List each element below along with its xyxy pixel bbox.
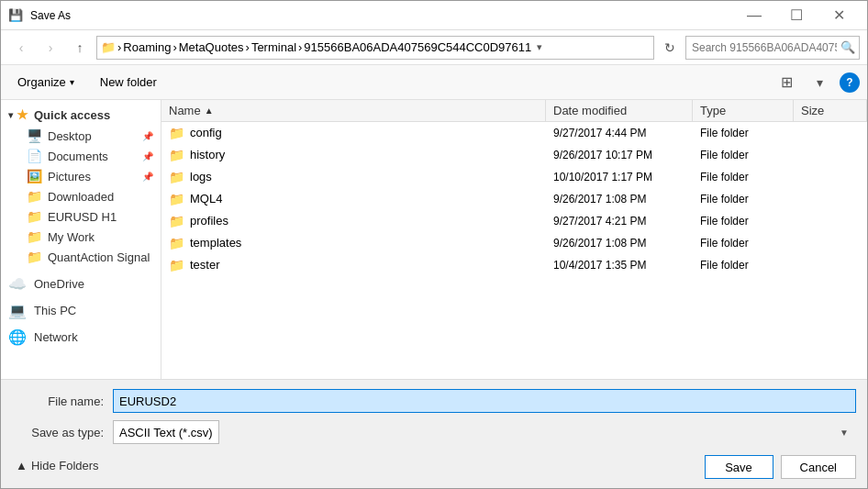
breadcrumb-roaming[interactable]: 📁 › Roaming › MetaQuotes › Terminal › 91…	[101, 40, 531, 54]
address-bar[interactable]: 📁 › Roaming › MetaQuotes › Terminal › 91…	[96, 36, 654, 60]
file-cell-name: 📁 MQL4	[161, 192, 546, 206]
search-icon: 🔍	[840, 40, 855, 54]
folder-icon: 📁	[169, 148, 184, 162]
quantaction-signal-icon: 📁	[27, 250, 42, 264]
file-cell-name: 📁 config	[161, 126, 546, 140]
quick-access-header[interactable]: ▾ ★ Quick access	[1, 104, 161, 126]
title-bar: 💾 Save As — ☐ ✕	[1, 1, 867, 30]
hide-folders-arrow-icon: ▲	[16, 459, 28, 472]
folder-icon: 📁	[169, 126, 184, 140]
save-type-row: Save as type: ASCII Text (*.csv)	[12, 420, 856, 444]
col-header-type[interactable]: Type	[693, 100, 794, 121]
file-cell-type: File folder	[693, 237, 794, 250]
forward-button[interactable]: ›	[38, 35, 63, 61]
dialog-icon: 💾	[8, 8, 23, 23]
table-row[interactable]: 📁 logs 10/10/2017 1:17 PM File folder	[161, 166, 867, 188]
maximize-button[interactable]: ☐	[775, 1, 818, 30]
file-cell-date: 9/26/2017 10:17 PM	[546, 149, 693, 161]
file-name-label: File name:	[12, 395, 104, 408]
file-cell-date: 9/26/2017 1:08 PM	[546, 193, 693, 206]
view-toggle-button[interactable]: ⊞	[773, 70, 799, 95]
pin-icon-2: 📌	[142, 151, 153, 161]
search-input[interactable]	[692, 41, 837, 54]
table-row[interactable]: 📁 tester 10/4/2017 1:35 PM File folder	[161, 254, 867, 276]
file-cell-date: 9/26/2017 1:08 PM	[546, 237, 693, 250]
file-cell-type: File folder	[693, 215, 794, 228]
minimize-button[interactable]: —	[733, 1, 775, 30]
quick-access-arrow-icon: ▾	[8, 110, 13, 120]
sidebar-item-desktop[interactable]: 🖥️ Desktop 📌	[1, 126, 161, 146]
refresh-button[interactable]: ↻	[658, 36, 682, 60]
eurusd-h1-icon: 📁	[27, 209, 42, 224]
network-icon: 🌐	[8, 328, 27, 346]
save-button[interactable]: Save	[705, 455, 773, 479]
pin-icon: 📌	[142, 131, 153, 141]
col-header-size[interactable]: Size	[794, 100, 867, 121]
quick-access-section: ▾ ★ Quick access 🖥️ Desktop 📌 📄 Document…	[1, 104, 161, 267]
up-button[interactable]: ↑	[67, 35, 93, 61]
file-name-row: File name:	[12, 389, 856, 413]
file-cell-name: 📁 tester	[161, 258, 546, 272]
documents-icon: 📄	[27, 149, 42, 163]
new-folder-button[interactable]: New folder	[91, 71, 166, 94]
window-controls: — ☐ ✕	[733, 1, 860, 30]
file-items: 📁 config 9/27/2017 4:44 PM File folder 📁…	[161, 122, 867, 379]
sidebar-item-pictures[interactable]: 🖼️ Pictures 📌	[1, 166, 161, 186]
my-work-icon: 📁	[27, 229, 42, 244]
cancel-button[interactable]: Cancel	[781, 455, 856, 479]
action-buttons: Save Cancel	[705, 455, 856, 479]
file-cell-name: 📁 history	[161, 148, 546, 162]
hide-folders-button[interactable]: ▲ Hide Folders	[12, 457, 103, 474]
save-type-label: Save as type:	[12, 426, 104, 439]
table-row[interactable]: 📁 profiles 9/27/2017 4:21 PM File folder	[161, 210, 867, 232]
downloaded-icon: 📁	[27, 189, 42, 204]
file-cell-date: 10/10/2017 1:17 PM	[546, 171, 693, 183]
sidebar-item-my-work[interactable]: 📁 My Work	[1, 227, 161, 247]
file-cell-date: 9/27/2017 4:44 PM	[546, 127, 693, 139]
search-box[interactable]: 🔍	[685, 36, 860, 60]
folder-icon: 📁	[169, 192, 184, 206]
sidebar: ▾ ★ Quick access 🖥️ Desktop 📌 📄 Document…	[1, 100, 161, 379]
folder-icon: 📁	[169, 236, 184, 250]
sidebar-item-onedrive[interactable]: ☁️ OneDrive	[1, 271, 161, 297]
sidebar-item-eurusd-h1[interactable]: 📁 EURUSD H1	[1, 206, 161, 227]
file-list-header: Name ▲ Date modified Type Size	[161, 100, 867, 122]
sidebar-item-this-pc[interactable]: 💻 This PC	[1, 297, 161, 324]
col-header-name[interactable]: Name ▲	[161, 100, 546, 121]
folder-icon: 📁	[169, 214, 184, 228]
file-cell-date: 10/4/2017 1:35 PM	[546, 259, 693, 272]
file-cell-name: 📁 profiles	[161, 214, 546, 228]
table-row[interactable]: 📁 config 9/27/2017 4:44 PM File folder	[161, 122, 867, 144]
desktop-icon: 🖥️	[27, 128, 42, 143]
dialog-title: Save As	[30, 9, 733, 22]
address-chevron-icon: ▾	[537, 41, 542, 53]
table-row[interactable]: 📁 MQL4 9/26/2017 1:08 PM File folder	[161, 188, 867, 210]
save-type-select[interactable]: ASCII Text (*.csv)	[113, 420, 219, 444]
sidebar-item-quantaction-signal[interactable]: 📁 QuantAction Signal	[1, 247, 161, 267]
organize-button[interactable]: Organize ▾	[8, 71, 83, 94]
save-type-wrapper: ASCII Text (*.csv)	[113, 420, 856, 444]
help-button[interactable]: ?	[840, 72, 860, 93]
organize-chevron-icon: ▾	[70, 77, 74, 87]
table-row[interactable]: 📁 history 9/26/2017 10:17 PM File folder	[161, 144, 867, 166]
sidebar-item-documents[interactable]: 📄 Documents 📌	[1, 146, 161, 166]
folder-icon: 📁	[169, 258, 184, 272]
onedrive-icon: ☁️	[8, 275, 27, 293]
file-cell-type: File folder	[693, 171, 794, 183]
file-cell-type: File folder	[693, 127, 794, 139]
pin-icon-3: 📌	[142, 172, 153, 182]
sort-arrow-icon: ▲	[205, 106, 214, 116]
sidebar-item-downloaded[interactable]: 📁 Downloaded	[1, 186, 161, 206]
back-button[interactable]: ‹	[8, 35, 34, 61]
file-cell-date: 9/27/2017 4:21 PM	[546, 215, 693, 228]
view-chevron-button[interactable]: ▾	[807, 70, 832, 95]
navigation-toolbar: ‹ › ↑ 📁 › Roaming › MetaQuotes › Termina…	[1, 30, 867, 65]
folder-icon: 📁	[169, 170, 184, 184]
close-button[interactable]: ✕	[818, 1, 860, 30]
file-cell-type: File folder	[693, 193, 794, 206]
main-content: ▾ ★ Quick access 🖥️ Desktop 📌 📄 Document…	[1, 100, 867, 379]
table-row[interactable]: 📁 templates 9/26/2017 1:08 PM File folde…	[161, 232, 867, 254]
file-name-input[interactable]	[113, 389, 856, 413]
col-header-date[interactable]: Date modified	[546, 100, 693, 121]
sidebar-item-network[interactable]: 🌐 Network	[1, 324, 161, 350]
